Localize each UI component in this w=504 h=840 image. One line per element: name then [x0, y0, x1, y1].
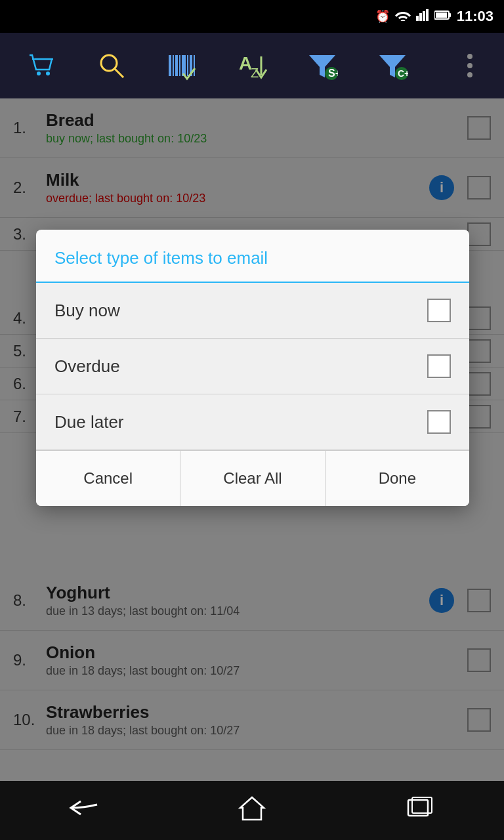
- wifi-icon: [395, 9, 411, 24]
- svg-text:S+: S+: [328, 68, 338, 79]
- svg-point-10: [101, 55, 117, 71]
- option-checkbox-buy-now[interactable]: [427, 299, 451, 322]
- dialog-title: Select type of items to email: [36, 230, 469, 283]
- status-bar: ⏰ 11:03: [0, 0, 504, 33]
- svg-point-8: [46, 72, 50, 75]
- home-icon: [238, 795, 266, 826]
- svg-rect-1: [419, 13, 422, 21]
- svg-point-30: [467, 63, 472, 68]
- option-label-overdue: Overdue: [54, 356, 120, 377]
- svg-line-11: [115, 69, 123, 77]
- recents-button[interactable]: [381, 791, 459, 830]
- svg-rect-5: [436, 12, 447, 18]
- option-row-buy-now: Buy now: [36, 283, 469, 339]
- option-label-due-later: Due later: [54, 412, 124, 432]
- svg-rect-19: [194, 55, 195, 76]
- svg-rect-2: [423, 11, 425, 21]
- search-button[interactable]: [92, 46, 131, 85]
- toolbar: A Z S+ C+: [0, 33, 504, 98]
- battery-icon: [434, 10, 452, 24]
- status-time: 11:03: [457, 8, 494, 25]
- back-button[interactable]: [45, 791, 123, 830]
- svg-rect-6: [449, 13, 451, 17]
- svg-rect-14: [175, 55, 178, 76]
- filter-c-button[interactable]: C+: [373, 46, 412, 85]
- svg-rect-15: [179, 55, 180, 76]
- email-type-dialog: Select type of items to email Buy now Ov…: [36, 230, 469, 506]
- svg-rect-12: [169, 55, 171, 76]
- sort-button[interactable]: A Z: [232, 46, 272, 85]
- more-button[interactable]: [442, 46, 482, 85]
- option-row-due-later: Due later: [36, 394, 469, 450]
- svg-rect-3: [426, 9, 429, 21]
- home-button[interactable]: [213, 791, 291, 830]
- status-icons: ⏰ 11:03: [375, 8, 494, 25]
- svg-marker-32: [240, 797, 264, 820]
- svg-rect-17: [187, 55, 188, 76]
- svg-rect-13: [173, 55, 174, 76]
- option-row-overdue: Overdue: [36, 339, 469, 394]
- cancel-button[interactable]: Cancel: [36, 451, 180, 506]
- option-checkbox-overdue[interactable]: [427, 354, 451, 378]
- svg-text:C+: C+: [398, 68, 408, 79]
- svg-point-31: [467, 72, 472, 77]
- signal-icon: [416, 9, 429, 24]
- svg-rect-16: [182, 55, 186, 76]
- done-button[interactable]: Done: [326, 451, 469, 506]
- svg-point-7: [37, 72, 41, 75]
- cart-button[interactable]: [22, 46, 61, 85]
- dialog-buttons: Cancel Clear All Done: [36, 450, 469, 506]
- bottom-nav: [0, 781, 504, 840]
- list-area: 1. Bread buy now; last bought on: 10/23 …: [0, 98, 504, 781]
- clear-all-button[interactable]: Clear All: [180, 451, 325, 506]
- svg-rect-0: [416, 16, 419, 21]
- alarm-icon: ⏰: [375, 9, 390, 24]
- back-icon: [68, 798, 100, 823]
- option-checkbox-due-later[interactable]: [427, 410, 451, 434]
- svg-point-29: [467, 54, 472, 59]
- barcode-button[interactable]: [162, 46, 201, 85]
- filter-s-button[interactable]: S+: [303, 46, 342, 85]
- recents-icon: [406, 796, 434, 825]
- dialog-options: Buy now Overdue Due later: [36, 283, 469, 450]
- option-label-buy-now: Buy now: [54, 301, 120, 321]
